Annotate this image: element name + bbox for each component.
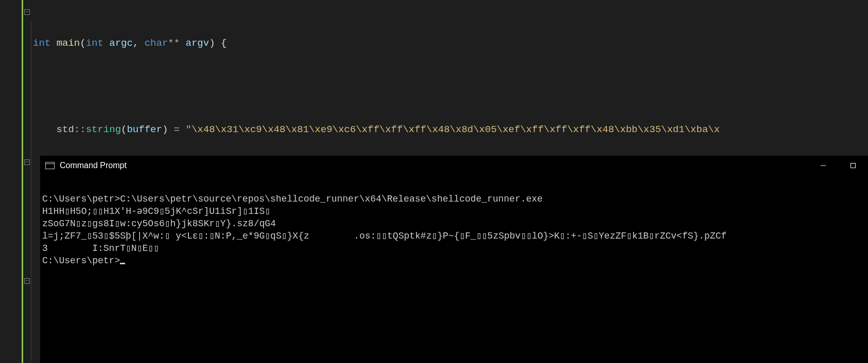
- terminal-output[interactable]: C:\Users\petr>C:\Users\petr\source\repos…: [40, 175, 868, 281]
- type-string: string: [86, 124, 121, 135]
- brace: {: [215, 38, 227, 49]
- command-prompt-window[interactable]: Command Prompt C:\Users\petr>C:\Users\pe…: [40, 156, 868, 363]
- param-argv: argv: [180, 38, 209, 49]
- terminal-prompt: C:\Users\petr>: [42, 256, 120, 266]
- terminal-line: l=j;ZF7_▯53▯$5Sþ[|X^w:▯ y<Lε▯:▯N:P,_e*9G…: [42, 231, 726, 241]
- var-buffer: buffer: [127, 124, 162, 135]
- string-quote: ": [186, 124, 192, 135]
- svg-rect-1: [851, 164, 856, 168]
- terminal-line: C:\Users\petr>C:\Users\petr\source\repos…: [42, 194, 543, 204]
- comma: ,: [133, 38, 138, 49]
- paren: ): [162, 124, 168, 135]
- pointer-stars: **: [168, 38, 180, 49]
- keyword-char: char: [138, 38, 168, 49]
- paren: (: [80, 38, 85, 49]
- string-hex-escapes: \x48\x31\xc9\x48\x81\xe9\xc6\xff\xff\xff…: [192, 124, 720, 135]
- assign-op: =: [168, 124, 185, 135]
- terminal-line: H1HH▯H5O;▯▯H1X'H-ə9C9▯5jK^cSr]U1iSr]▯1IS…: [42, 206, 270, 216]
- function-main: main: [57, 38, 80, 49]
- code-line[interactable]: std::string(buffer) = "\x48\x31\xc9\x48\…: [33, 122, 720, 137]
- fold-toggle-icon[interactable]: −: [24, 159, 30, 165]
- terminal-line: 3 I:SnrT▯N▯E▯▯: [42, 243, 159, 253]
- change-indicator-bar: [22, 0, 23, 363]
- indent-guide: [31, 22, 31, 361]
- window-controls: [808, 156, 868, 175]
- keyword-int: int: [33, 38, 50, 49]
- code-line[interactable]: int main(int argc, char** argv) {: [33, 36, 720, 50]
- console-titlebar[interactable]: Command Prompt: [40, 156, 868, 175]
- terminal-line: zSoG7N▯z▯gs8I▯w:cy5Os6▯h}jk8SKr▯Y}.sz8/q…: [42, 219, 276, 229]
- console-title: Command Prompt: [60, 161, 127, 170]
- scope-op: ::: [74, 124, 86, 135]
- cursor-icon: [120, 263, 125, 264]
- minimize-button[interactable]: [808, 156, 838, 175]
- paren: (: [121, 124, 127, 135]
- cmd-icon: [45, 162, 55, 169]
- fold-toggle-icon[interactable]: −: [24, 278, 30, 284]
- maximize-button[interactable]: [838, 156, 868, 175]
- namespace-std: std: [57, 124, 74, 135]
- paren: ): [209, 38, 215, 49]
- keyword-int: int: [86, 38, 103, 49]
- fold-toggle-icon[interactable]: −: [24, 9, 30, 15]
- param-argc: argc: [103, 38, 133, 49]
